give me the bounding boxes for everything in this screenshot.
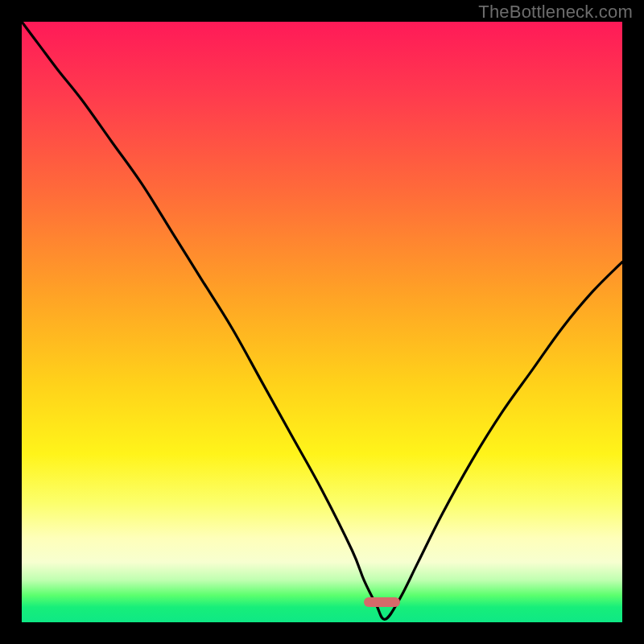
- optimum-marker: [364, 597, 400, 607]
- chart-frame: TheBottleneck.com: [0, 0, 644, 644]
- bottleneck-curve: [22, 22, 622, 622]
- plot-area: [22, 22, 622, 622]
- watermark-text: TheBottleneck.com: [478, 2, 633, 23]
